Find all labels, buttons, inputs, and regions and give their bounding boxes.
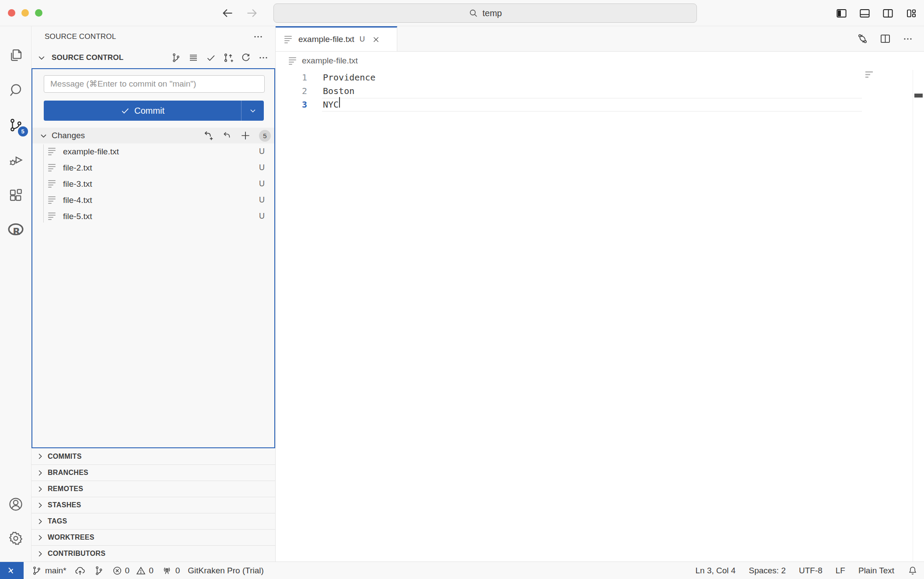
code-line-1[interactable]: 1 Providence xyxy=(276,71,924,84)
minimize-window-button[interactable] xyxy=(21,9,29,17)
notifications-bell-icon[interactable] xyxy=(907,565,918,576)
file-row-example-file[interactable]: example-file.txt U xyxy=(32,143,274,160)
text-file-icon xyxy=(48,213,57,220)
accounts-icon[interactable] xyxy=(0,487,32,521)
text-file-icon xyxy=(48,196,57,204)
file-row-file-5[interactable]: file-5.txt U xyxy=(32,208,274,224)
source-control-view-icon[interactable]: 5 xyxy=(0,108,32,143)
navigate-forward-icon[interactable] xyxy=(245,7,259,20)
changes-section-row[interactable]: Changes 5 xyxy=(32,128,274,143)
section-stashes[interactable]: STASHES xyxy=(32,497,275,513)
code-line-2[interactable]: 2 Boston xyxy=(276,84,924,98)
stage-all-changes-icon[interactable] xyxy=(239,129,252,142)
text-file-icon xyxy=(289,57,298,65)
extensions-icon[interactable] xyxy=(0,178,32,213)
text-file-icon xyxy=(48,164,57,171)
publish-status-item[interactable] xyxy=(74,565,86,576)
encoding-item[interactable]: UTF-8 xyxy=(799,566,822,576)
chevron-right-icon xyxy=(36,501,44,509)
panel-title: SOURCE CONTROL xyxy=(45,32,116,41)
commit-message-input[interactable] xyxy=(44,75,265,93)
sidebar-source-control: SOURCE CONTROL SOURCE CONTROL xyxy=(32,26,276,562)
search-icon xyxy=(469,8,478,18)
file-row-file-3[interactable]: file-3.txt U xyxy=(32,176,274,192)
chevron-right-icon xyxy=(36,469,44,477)
breadcrumb[interactable]: example-file.txt xyxy=(276,52,924,70)
language-mode-item[interactable]: Plain Text xyxy=(858,566,894,576)
toggle-primary-sidebar-icon[interactable] xyxy=(836,7,847,19)
breadcrumb-file: example-file.txt xyxy=(302,56,358,66)
warning-count: 0 xyxy=(149,566,154,576)
code-editor[interactable]: 1 Providence 2 Boston 3 NYC xyxy=(276,70,924,562)
line-number-active: 3 xyxy=(276,98,307,112)
search-view-icon[interactable] xyxy=(0,73,32,108)
section-contributors[interactable]: CONTRIBUTORS xyxy=(32,545,275,562)
commit-button[interactable]: Commit xyxy=(44,101,264,121)
view-as-list-icon[interactable] xyxy=(187,51,200,64)
remote-icon xyxy=(7,565,17,576)
cursor-position-item[interactable]: Ln 3, Col 4 xyxy=(696,566,736,576)
collapsed-sections: COMMITS BRANCHES REMOTES STASHES TAGS xyxy=(32,448,275,562)
section-more-actions-icon[interactable] xyxy=(257,51,270,64)
gitkraken-status-item[interactable]: GitKraken Pro (Trial) xyxy=(188,566,264,576)
git-status-untracked: U xyxy=(259,179,265,188)
file-row-file-2[interactable]: file-2.txt U xyxy=(32,160,274,176)
minimap[interactable] xyxy=(863,70,913,562)
branch-name: main* xyxy=(45,566,66,576)
file-row-file-4[interactable]: file-4.txt U xyxy=(32,192,274,208)
section-worktrees[interactable]: WORKTREES xyxy=(32,529,275,545)
status-bar: main* 0 0 0 GitKraken Pro (Trial) Ln 3, … xyxy=(0,562,924,579)
commit-check-icon[interactable] xyxy=(204,51,217,64)
scm-section-header[interactable]: SOURCE CONTROL xyxy=(32,47,275,68)
close-tab-icon[interactable] xyxy=(372,35,380,44)
navigate-back-icon[interactable] xyxy=(221,7,234,20)
zoom-window-button[interactable] xyxy=(35,9,42,17)
cloud-upload-icon xyxy=(74,565,86,576)
branch-status-item[interactable]: main* xyxy=(32,565,66,576)
ports-status-item[interactable]: 0 xyxy=(161,565,180,576)
open-changes-icon[interactable] xyxy=(856,32,869,45)
toggle-secondary-sidebar-icon[interactable] xyxy=(882,7,894,19)
git-status-untracked: U xyxy=(259,147,265,156)
indentation-item[interactable]: Spaces: 2 xyxy=(749,566,786,576)
scm-tree: Commit Changes xyxy=(32,68,275,448)
remote-indicator[interactable] xyxy=(0,562,24,579)
explorer-icon[interactable] xyxy=(0,38,32,73)
problems-status-item[interactable]: 0 0 xyxy=(112,565,154,576)
toggle-panel-icon[interactable] xyxy=(859,7,871,19)
settings-gear-icon[interactable] xyxy=(0,521,32,555)
section-branches[interactable]: BRANCHES xyxy=(32,464,275,481)
discard-all-changes-icon[interactable] xyxy=(220,129,234,142)
chevron-right-icon xyxy=(36,452,44,460)
close-window-button[interactable] xyxy=(8,9,15,17)
text-cursor xyxy=(339,97,340,108)
panel-more-actions-icon[interactable] xyxy=(252,30,265,43)
customize-layout-icon[interactable] xyxy=(905,7,917,19)
scm-graph-status-item[interactable] xyxy=(94,565,104,576)
run-debug-icon[interactable] xyxy=(0,143,32,178)
search-value: temp xyxy=(483,8,502,18)
chevron-down-icon xyxy=(38,129,48,142)
editor-more-actions-icon[interactable] xyxy=(901,32,914,45)
eol-item[interactable]: LF xyxy=(836,566,845,576)
split-editor-icon[interactable] xyxy=(878,32,892,45)
section-title: SOURCE CONTROL xyxy=(52,53,123,62)
error-icon xyxy=(112,565,122,576)
chevron-down-icon xyxy=(35,51,48,64)
view-git-graph-icon[interactable] xyxy=(169,51,182,64)
section-commits[interactable]: COMMITS xyxy=(32,448,275,464)
refresh-icon[interactable] xyxy=(239,51,252,64)
editor-scrollbar[interactable] xyxy=(913,70,924,562)
command-center-search[interactable]: temp xyxy=(273,3,697,23)
commit-dropdown-button[interactable] xyxy=(241,101,264,121)
r-extension-icon[interactable]: R xyxy=(0,213,32,248)
tab-bar: example-file.txt U xyxy=(276,26,924,52)
create-pull-request-icon[interactable] xyxy=(222,51,235,64)
tab-example-file[interactable]: example-file.txt U xyxy=(276,26,397,51)
section-remotes[interactable]: REMOTES xyxy=(32,481,275,497)
section-tags[interactable]: TAGS xyxy=(32,513,275,529)
svg-text:R: R xyxy=(13,226,20,237)
editor-group: example-file.txt U xyxy=(276,26,924,562)
code-line-3-active[interactable]: 3 NYC xyxy=(276,98,924,112)
unstage-all-icon[interactable] xyxy=(202,129,215,142)
